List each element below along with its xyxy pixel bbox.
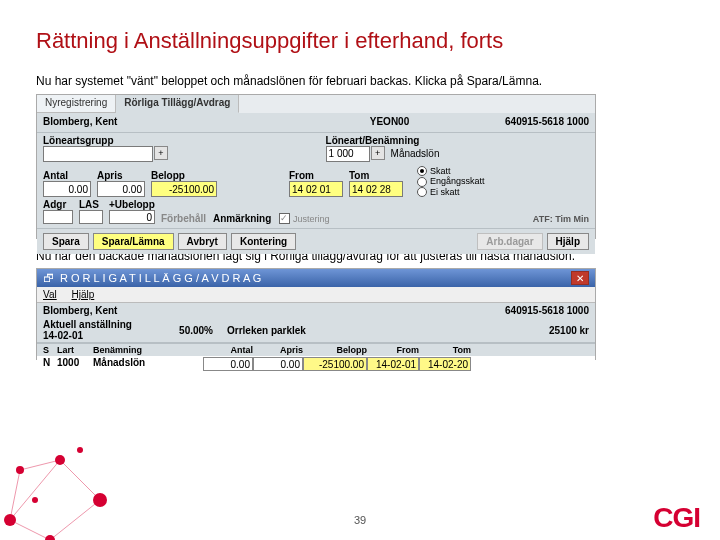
radio-skatt[interactable]: Skatt [417,166,485,177]
justering-check[interactable]: Justering [279,213,330,224]
col-apris: Apris [97,170,145,181]
loneart-code[interactable]: 1 000 [326,146,370,162]
kontering-button[interactable]: Kontering [231,233,296,250]
col-from: From [289,170,343,181]
tab-nyregistrering[interactable]: Nyregistrering [37,95,116,113]
h-lart: Lart [57,345,93,355]
svg-point-7 [55,455,65,465]
svg-line-5 [10,470,20,520]
h-tom: Tom [419,345,471,355]
h-benamning: Benämning [93,345,203,355]
window-icon: 🗗 [43,272,54,284]
r-antal: 0.00 [203,357,253,371]
close-icon[interactable]: ✕ [571,271,589,285]
orrleken: Orrleken parklek [213,325,343,336]
screenshot-panel-1: Nyregistrering Rörliga Tillägg/Avdrag Bl… [36,94,596,239]
p2-name: Blomberg, Kent [43,305,505,316]
svg-point-8 [93,493,107,507]
svg-point-6 [4,514,16,526]
loneart-dropdown-icon[interactable]: + [371,146,385,160]
page-number: 39 [354,514,366,526]
cgi-logo: CGI [653,502,700,534]
save-leave-button[interactable]: Spara/Lämna [93,233,174,250]
aktuell-label: Aktuell anställning14-02-01 [43,319,153,341]
belopp-input[interactable]: -25100.00 [151,181,217,197]
tom-input[interactable]: 14 02 28 [349,181,403,197]
h-antal: Antal [203,345,253,355]
loneartsgrupp-input[interactable] [43,146,153,162]
window-title: R O R L I G A T I L L Ä G G / A V D R A … [60,272,261,284]
svg-point-11 [77,447,83,453]
r-apris: 0.00 [253,357,303,371]
slide-title: Rättning i Anställningsuppgifter i efter… [36,28,684,54]
r-s: N [43,357,57,371]
menu-hjalp[interactable]: Hjälp [72,289,95,300]
h-from: From [367,345,419,355]
label-loneartsgrupp: Löneartsgrupp [43,135,168,146]
svg-line-4 [20,460,60,470]
pct: 50.00% [153,325,213,336]
ubelopp-input[interactable]: 0 [109,210,155,224]
help-button[interactable]: Hjälp [547,233,589,250]
person-number: 640915-5618 1000 [505,116,589,127]
apris-input[interactable]: 0.00 [97,181,145,197]
radio-ei-skatt[interactable]: Ei skatt [417,187,485,198]
menu-val[interactable]: Val [43,289,57,300]
col-las: LAS [79,199,103,210]
code: YEON00 [274,116,505,127]
col-forbehall: Förbehåll [161,213,207,224]
atf-label: ATF: Tim Min [533,214,589,224]
r-ben: Månadslön [93,357,203,371]
svg-point-10 [16,466,24,474]
h-s: S [43,345,57,355]
h-apris: Apris [253,345,303,355]
col-antal: Antal [43,170,91,181]
loneart-text: Månadslön [391,148,440,159]
col-ubelopp: +Ubelopp [109,199,155,210]
arbdagar-button[interactable]: Arb.dagar [477,233,542,250]
svg-point-9 [45,535,55,540]
radio-engangsskatt[interactable]: Engångsskatt [417,176,485,187]
svg-point-12 [32,497,38,503]
r-from: 14-02-01 [367,357,419,371]
cancel-button[interactable]: Avbryt [178,233,227,250]
col-adgr: Adgr [43,199,73,210]
from-input[interactable]: 14 02 01 [289,181,343,197]
tab-rorliga-tillagg[interactable]: Rörliga Tillägg/Avdrag [116,95,239,113]
intro-text-1: Nu har systemet "vänt" beloppet och måna… [36,74,684,90]
employee-name: Blomberg, Kent [43,116,274,127]
screenshot-panel-2: 🗗 R O R L I G A T I L L Ä G G / A V D R … [36,268,596,360]
decorative-network-icon [0,400,140,540]
r-tom: 14-02-20 [419,357,471,371]
save-button[interactable]: Spara [43,233,89,250]
p2-pnr: 640915-5618 1000 [505,305,589,316]
las-input[interactable] [79,210,103,224]
col-belopp: Belopp [151,170,217,181]
h-belopp: Belopp [303,345,367,355]
loneartsgrupp-dropdown-icon[interactable]: + [154,146,168,160]
svg-line-1 [60,460,100,500]
antal-input[interactable]: 0.00 [43,181,91,197]
svg-line-2 [10,520,50,540]
kr: 25100 kr [529,325,589,336]
col-tom: Tom [349,170,403,181]
adgr-input[interactable] [43,210,73,224]
col-anmarkning: Anmärkning [213,213,273,224]
r-lart: 1000 [57,357,93,371]
r-belopp: -25100.00 [303,357,367,371]
label-loneart: Löneart/Benämning [326,135,440,146]
svg-line-3 [50,500,100,540]
